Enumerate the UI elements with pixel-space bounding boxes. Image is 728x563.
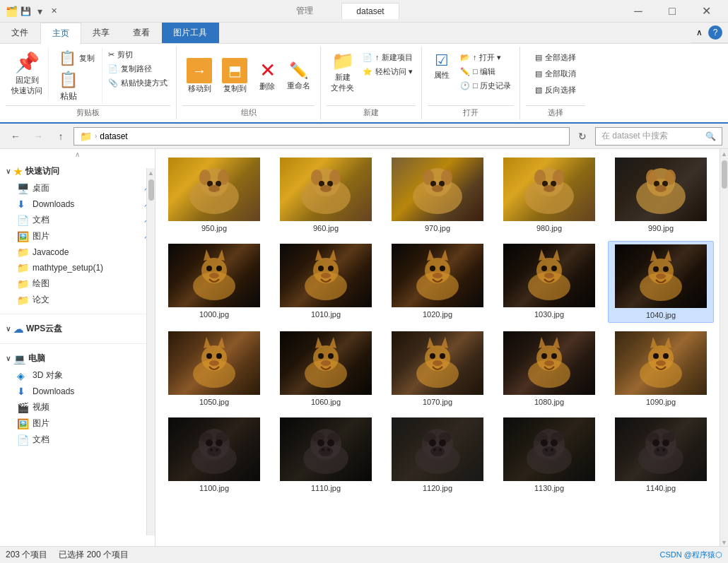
history-button[interactable]: 🕐 □ 历史记录 (457, 79, 514, 93)
select-group: ▤ 全部选择 ▤ 全部取消 ▧ 反向选择 选择 (520, 47, 591, 119)
file-item[interactable]: 1130.jpg (496, 415, 602, 495)
file-item[interactable]: 1030.jpg (496, 241, 602, 323)
sidebar-item-mathtype[interactable]: 📁 mathtype_setup(1) (0, 260, 155, 275)
sidebar-item-docs-quick[interactable]: 📄 文档 ↗ (0, 212, 155, 228)
ribbon-collapse-icon[interactable]: ∧ (696, 28, 703, 37)
search-box[interactable]: 在 dataset 中搜索 🔍 (595, 127, 722, 146)
svg-point-67 (653, 266, 659, 272)
file-item[interactable]: 990.jpg (608, 155, 714, 235)
up-button[interactable]: ↑ (51, 126, 71, 146)
file-item[interactable]: 1000.jpg (161, 241, 267, 323)
svg-point-69 (656, 273, 666, 279)
copy-path-label: 复制路径 (121, 64, 152, 74)
sidebar-item-pics-pc[interactable]: 🖼️ 图片 (0, 415, 155, 432)
sidebar-item-drawing[interactable]: 📁 绘图 (0, 275, 155, 292)
tab-share[interactable]: 共享 (81, 23, 122, 43)
file-thumbnail (168, 158, 260, 221)
svg-point-39 (206, 266, 212, 271)
title-tab-dataset[interactable]: dataset (341, 3, 399, 19)
tab-file[interactable]: 文件 (0, 23, 40, 43)
select-all-button[interactable]: ▤ 全部选择 (532, 51, 579, 64)
sidebar-scrollbar[interactable]: ▲ (146, 168, 155, 535)
cut-button[interactable]: ✂ 剪切 (105, 48, 170, 61)
sidebar-item-paper[interactable]: 📁 论文 (0, 292, 155, 308)
sidebar-item-video[interactable]: 🎬 视频 (0, 399, 155, 415)
delete-button[interactable]: ✕ 删除 (253, 58, 281, 95)
file-label: 1110.jpg (311, 484, 341, 492)
easy-access-icon: ⭐ (363, 67, 372, 76)
copy-to-button[interactable]: ⬒ 复制到 (218, 56, 252, 96)
file-item[interactable]: 1140.jpg (608, 415, 714, 495)
new-folder-button[interactable]: 📁 新建文件夹 (327, 48, 358, 95)
tab-home[interactable]: 主页 (40, 23, 81, 44)
file-item[interactable]: 950.jpg (161, 155, 267, 235)
thumbnail-svg (503, 244, 595, 307)
pin-button[interactable]: 📌 固定到快速访问 (6, 48, 49, 99)
docs-quick-label: 文档 (33, 214, 49, 226)
properties-button[interactable]: ☑ 属性 (428, 48, 456, 83)
file-item[interactable]: 1070.jpg (384, 328, 491, 409)
svg-point-20 (432, 185, 443, 192)
help-icon[interactable]: ? (708, 25, 722, 40)
open-group: ☑ 属性 📂 ↑ 打开 ▾ ✏️ □ 编辑 🕐 □ 历史记录 (422, 47, 520, 119)
new-item-button[interactable]: 📄 ↑ 新建项目 (360, 51, 416, 64)
sidebar-item-docs-pc[interactable]: 📄 文档 (0, 432, 155, 448)
copy-icon: 📋 (59, 49, 76, 66)
forward-button[interactable]: → (28, 126, 48, 146)
history-icon: 🕐 (460, 81, 470, 90)
address-input[interactable]: 📁 › dataset (74, 127, 570, 146)
easy-access-button[interactable]: ⭐ 轻松访问 ▾ (360, 65, 416, 78)
toolbar-icon-1[interactable]: 💾 (20, 6, 31, 17)
file-thumbnail (503, 417, 595, 481)
tab-image-tools[interactable]: 图片工具 (162, 23, 219, 43)
svg-point-55 (433, 273, 442, 278)
title-tab-management[interactable]: 管理 (282, 2, 327, 20)
paste-shortcut-button[interactable]: 📎 粘贴快捷方式 (105, 76, 170, 90)
move-button[interactable]: → 移动到 (182, 56, 216, 96)
pc-chevron: ∨ (6, 355, 11, 362)
copy-path-button[interactable]: 📄 复制路径 (105, 62, 170, 76)
file-item[interactable]: 1060.jpg (273, 328, 379, 409)
refresh-button[interactable]: ↻ (573, 126, 592, 146)
sidebar-item-desktop[interactable]: 🖥️ 桌面 ↗ (0, 180, 155, 196)
file-item[interactable]: 970.jpg (384, 155, 491, 235)
file-item[interactable]: 1050.jpg (161, 328, 267, 409)
open-button[interactable]: 📂 ↑ 打开 ▾ (457, 51, 514, 64)
rename-button[interactable]: ✏️ 重命名 (283, 59, 315, 94)
file-item[interactable]: 1100.jpg (161, 415, 267, 495)
file-item[interactable]: 960.jpg (273, 155, 379, 235)
minimize-button[interactable]: ─ (622, 0, 654, 23)
paste-button[interactable]: 📋 粘贴 (56, 69, 81, 104)
file-item[interactable]: 1010.jpg (273, 241, 379, 323)
file-item[interactable]: 980.jpg (496, 155, 602, 235)
file-item[interactable]: 1040.jpg (608, 241, 714, 323)
maximize-button[interactable]: □ (656, 0, 688, 23)
edit-button[interactable]: ✏️ □ 编辑 (457, 65, 514, 78)
sidebar-item-downloads-pc[interactable]: ⬇ Downloads (0, 384, 155, 399)
select-small-btns: ▤ 全部选择 ▤ 全部取消 ▧ 反向选择 (532, 51, 579, 97)
content-scrollbar[interactable]: ▲ ▼ (720, 149, 728, 546)
file-item[interactable]: 1120.jpg (384, 415, 491, 495)
sidebar-item-downloads-quick[interactable]: ⬇ Downloads ↗ (0, 196, 155, 212)
wps-chevron: ∨ (6, 325, 11, 333)
file-item[interactable]: 1110.jpg (273, 415, 379, 495)
content-scroll-thumb[interactable] (722, 160, 727, 189)
sidebar-scroll-thumb[interactable] (148, 179, 154, 201)
close-button[interactable]: ✕ (690, 0, 722, 23)
file-item[interactable]: 1020.jpg (384, 241, 491, 323)
sidebar-item-pics-quick[interactable]: 🖼️ 图片 ↗ (0, 228, 155, 244)
toolbar-dropdown[interactable]: ▾ (34, 6, 45, 17)
tab-view[interactable]: 查看 (122, 23, 162, 43)
sidebar-item-3d[interactable]: ◈ 3D 对象 (0, 367, 155, 384)
file-item[interactable]: 1090.jpg (608, 328, 714, 409)
wps-header[interactable]: ∨ ☁ WPS云盘 (0, 320, 155, 338)
select-none-button[interactable]: ▤ 全部取消 (532, 67, 579, 81)
back-button[interactable]: ← (6, 126, 25, 146)
sidebar-item-javacode[interactable]: 📁 Javacode (0, 244, 155, 260)
copy-button[interactable]: 📋 复制 (56, 48, 98, 68)
pc-header[interactable]: ∨ 💻 电脑 (0, 350, 155, 367)
file-item[interactable]: 1080.jpg (496, 328, 602, 409)
quick-access-header[interactable]: ∨ ★ 快速访问 (0, 162, 155, 180)
toolbar-icon-2[interactable]: ✕ (48, 6, 59, 17)
invert-button[interactable]: ▧ 反向选择 (532, 83, 579, 97)
